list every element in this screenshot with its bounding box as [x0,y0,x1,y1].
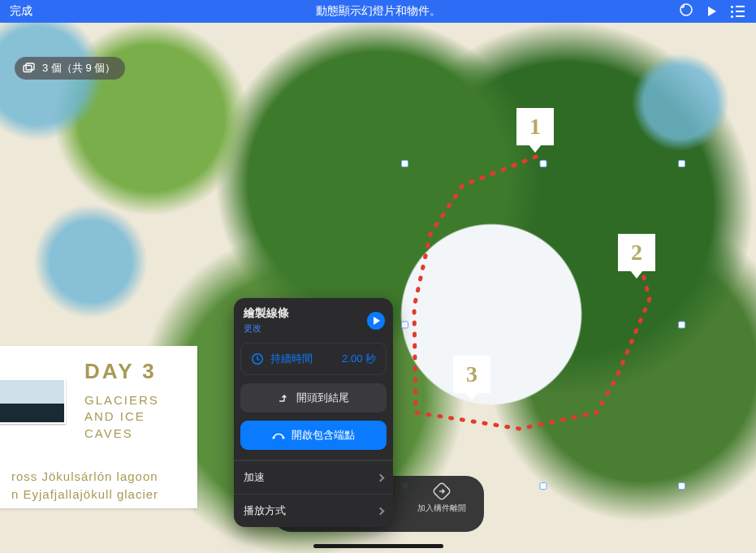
duration-label: 持續時間 [270,352,313,366]
tool-label: 加入構件離開 [417,503,466,514]
done-button[interactable]: 完成 [0,4,42,19]
include-endpoints-button[interactable]: 開啟包含端點 [240,421,387,450]
map-marker-1[interactable]: 1 [516,108,554,145]
include-endpoints-label: 開啟包含端點 [292,428,355,443]
play-button[interactable] [708,6,716,16]
slide-canvas[interactable]: 3 個（共 9 個） 1 2 3 DAY 3 GLACIERS AND ICE … [0,23,756,553]
play-mode-label: 播放方式 [244,503,286,518]
change-button[interactable]: 更改 [244,322,289,335]
accelerate-row[interactable]: 加速 [234,460,393,494]
popover-title: 繪製線條 [244,306,289,321]
resize-handle[interactable] [401,160,408,167]
slide-counter-pill[interactable]: 3 個（共 9 個） [15,57,125,80]
svg-point-0 [680,4,692,15]
duration-value: 2.00 秒 [342,352,376,366]
top-toolbar: 完成 動態顯示幻燈片和物件。 [0,0,756,23]
resize-handle[interactable] [540,160,547,167]
home-indicator[interactable] [313,544,443,548]
resize-handle[interactable] [678,482,685,490]
slides-icon [23,63,36,74]
svg-rect-2 [26,63,34,70]
outline-button[interactable] [731,6,745,18]
clock-icon [251,352,264,365]
chevron-right-icon [377,473,385,482]
slide-counter-text: 3 個（共 9 個） [42,61,115,76]
tool-add-exit[interactable]: 加入構件離開 [417,482,466,527]
undo-button[interactable] [679,2,693,20]
map-marker-2[interactable]: 2 [618,234,655,271]
svg-point-5 [282,436,284,439]
resize-handle[interactable] [401,322,408,329]
selection-frame[interactable] [404,163,682,486]
endpoints-icon [272,430,285,440]
add-exit-icon [433,482,451,500]
accelerate-label: 加速 [244,470,265,485]
svg-rect-1 [24,66,32,72]
resize-handle[interactable] [678,322,685,329]
resize-handle[interactable] [540,482,547,490]
resize-handle[interactable] [678,160,685,167]
build-popover: 繪製線條 更改 持續時間 2.00 秒 開頭到結尾 開啟包含端點 加速 播放方式 [234,298,393,527]
svg-point-4 [272,436,274,439]
start-to-end-label: 開頭到結尾 [296,391,349,405]
start-to-end-button[interactable]: 開頭到結尾 [240,383,387,413]
map-marker-3[interactable]: 3 [453,356,490,393]
preview-play-button[interactable] [367,312,385,330]
play-mode-row[interactable]: 播放方式 [234,494,393,527]
duration-row[interactable]: 持續時間 2.00 秒 [240,343,387,375]
toolbar-title: 動態顯示幻燈片和物件。 [0,4,756,19]
chevron-right-icon [377,507,385,515]
direction-icon [279,393,290,403]
